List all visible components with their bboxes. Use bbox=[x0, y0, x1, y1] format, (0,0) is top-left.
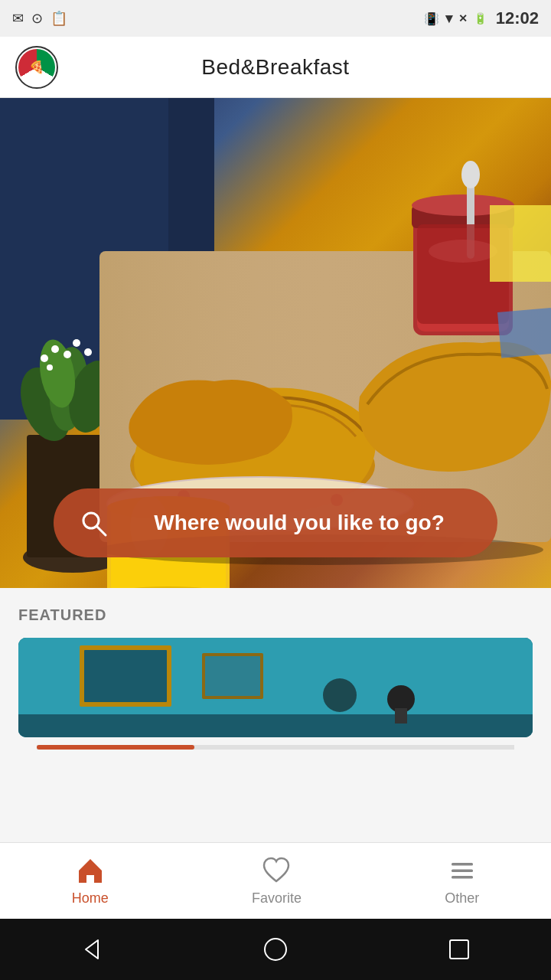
home-icon bbox=[75, 855, 106, 886]
svg-rect-47 bbox=[395, 708, 407, 724]
svg-point-11 bbox=[73, 339, 80, 347]
back-button[interactable] bbox=[77, 934, 107, 965]
other-label: Other bbox=[445, 890, 479, 906]
app-header: 🍕 Bed&Breakfast bbox=[0, 37, 551, 98]
nav-item-home[interactable]: Home bbox=[49, 849, 132, 913]
search-bar[interactable]: Where would you like to go? bbox=[54, 488, 497, 557]
svg-point-10 bbox=[64, 351, 71, 358]
status-bar-right: 📳 ▾ ✕ 🔋 12:02 bbox=[424, 8, 539, 28]
svg-point-13 bbox=[47, 364, 53, 371]
search-placeholder-text: Where would you like to go? bbox=[124, 509, 474, 537]
svg-point-31 bbox=[461, 161, 480, 188]
nav-item-other[interactable]: Other bbox=[422, 849, 502, 913]
system-nav bbox=[0, 919, 551, 980]
square-recents-icon bbox=[444, 934, 474, 965]
home-label: Home bbox=[72, 890, 109, 906]
svg-point-9 bbox=[51, 345, 59, 353]
svg-rect-43 bbox=[84, 650, 167, 702]
app-logo[interactable]: 🍕 bbox=[15, 46, 58, 89]
search-icon bbox=[78, 508, 109, 538]
signal-icon: ✕ bbox=[458, 12, 468, 24]
featured-section: FEATURED bbox=[0, 588, 551, 737]
clock: 12:02 bbox=[496, 8, 539, 28]
svg-rect-51 bbox=[452, 876, 473, 879]
logo-circle: 🍕 bbox=[18, 49, 55, 86]
svg-rect-45 bbox=[205, 656, 260, 696]
circle-home-icon bbox=[260, 934, 291, 965]
svg-rect-41 bbox=[18, 714, 533, 737]
svg-rect-35 bbox=[497, 308, 551, 358]
wifi-icon: ▾ bbox=[445, 10, 452, 27]
favorite-label: Favorite bbox=[252, 890, 302, 906]
heart-icon bbox=[261, 855, 292, 886]
vibrate-icon: 📳 bbox=[424, 11, 439, 26]
svg-rect-54 bbox=[450, 940, 468, 959]
back-icon bbox=[77, 934, 107, 965]
svg-rect-34 bbox=[490, 205, 551, 282]
android-icon: ⊙ bbox=[31, 10, 43, 27]
email-icon: ✉ bbox=[12, 10, 24, 27]
svg-point-48 bbox=[323, 678, 357, 712]
svg-point-53 bbox=[265, 939, 286, 960]
status-bar-left: ✉ ⊙ 📋 bbox=[12, 10, 67, 27]
svg-point-8 bbox=[41, 354, 48, 362]
nav-item-favorite[interactable]: Favorite bbox=[229, 849, 324, 913]
home-button[interactable] bbox=[260, 934, 291, 965]
featured-card[interactable] bbox=[18, 638, 533, 737]
featured-card-image bbox=[18, 638, 533, 737]
bottom-nav: Home Favorite Other bbox=[0, 842, 551, 919]
hero-image: Where would you like to go? bbox=[0, 98, 551, 588]
search-icon-container bbox=[77, 506, 110, 540]
svg-rect-49 bbox=[452, 863, 473, 866]
featured-label: FEATURED bbox=[18, 606, 533, 624]
app-title: Bed&Breakfast bbox=[201, 55, 349, 80]
progress-indicator bbox=[0, 737, 551, 750]
svg-point-12 bbox=[84, 348, 92, 356]
menu-icon bbox=[447, 855, 478, 886]
status-bar: ✉ ⊙ 📋 📳 ▾ ✕ 🔋 12:02 bbox=[0, 0, 551, 37]
svg-line-38 bbox=[96, 526, 106, 535]
svg-marker-52 bbox=[86, 940, 98, 959]
recents-button[interactable] bbox=[444, 934, 474, 965]
battery-icon: 🔋 bbox=[474, 12, 487, 24]
svg-point-33 bbox=[429, 240, 497, 263]
svg-rect-50 bbox=[452, 870, 473, 873]
clipboard-icon: 📋 bbox=[51, 10, 67, 27]
